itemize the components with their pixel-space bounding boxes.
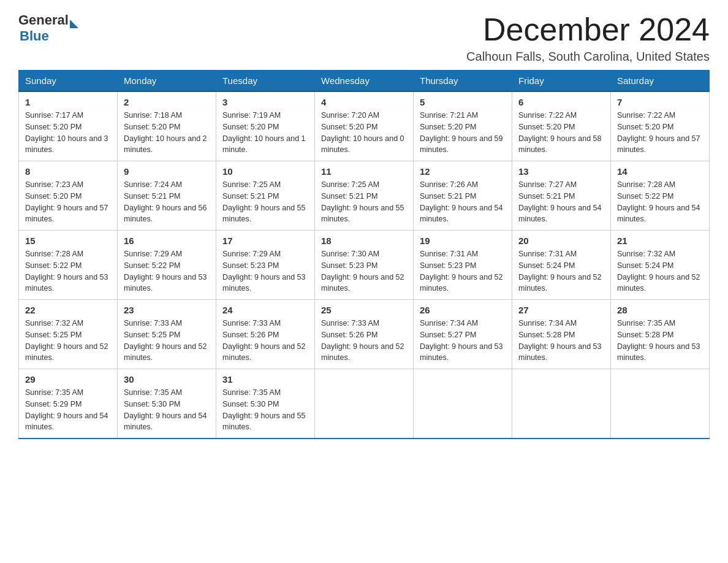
calendar-cell <box>512 369 611 439</box>
day-info: Sunrise: 7:30 AMSunset: 5:23 PMDaylight:… <box>321 248 407 294</box>
calendar-cell: 24Sunrise: 7:33 AMSunset: 5:26 PMDayligh… <box>216 300 315 369</box>
day-number: 28 <box>617 305 703 315</box>
calendar-cell <box>414 369 512 439</box>
day-number: 26 <box>420 305 506 315</box>
calendar-cell: 6Sunrise: 7:22 AMSunset: 5:20 PMDaylight… <box>512 91 611 161</box>
calendar-cell: 2Sunrise: 7:18 AMSunset: 5:20 PMDaylight… <box>118 91 216 161</box>
calendar-header-tuesday: Tuesday <box>216 71 315 92</box>
calendar-week-row: 22Sunrise: 7:32 AMSunset: 5:25 PMDayligh… <box>19 300 710 369</box>
day-number: 20 <box>518 236 604 246</box>
day-number: 10 <box>222 166 308 177</box>
day-number: 14 <box>617 166 703 177</box>
day-info: Sunrise: 7:35 AMSunset: 5:29 PMDaylight:… <box>25 387 111 433</box>
month-title: December 2024 <box>466 12 710 47</box>
day-info: Sunrise: 7:32 AMSunset: 5:25 PMDaylight:… <box>25 318 111 364</box>
calendar-table: SundayMondayTuesdayWednesdayThursdayFrid… <box>18 70 710 439</box>
calendar-cell <box>315 369 414 439</box>
day-number: 3 <box>222 97 308 107</box>
calendar-cell: 26Sunrise: 7:34 AMSunset: 5:27 PMDayligh… <box>414 300 512 369</box>
calendar-cell: 27Sunrise: 7:34 AMSunset: 5:28 PMDayligh… <box>512 300 611 369</box>
calendar-week-row: 8Sunrise: 7:23 AMSunset: 5:20 PMDaylight… <box>19 161 710 231</box>
day-number: 19 <box>420 236 506 246</box>
calendar-cell: 18Sunrise: 7:30 AMSunset: 5:23 PMDayligh… <box>315 231 414 300</box>
day-number: 7 <box>617 97 703 107</box>
calendar-cell: 21Sunrise: 7:32 AMSunset: 5:24 PMDayligh… <box>611 231 710 300</box>
calendar-cell: 20Sunrise: 7:31 AMSunset: 5:24 PMDayligh… <box>512 231 611 300</box>
day-number: 6 <box>518 97 604 107</box>
day-info: Sunrise: 7:27 AMSunset: 5:21 PMDaylight:… <box>518 179 604 225</box>
day-number: 15 <box>25 236 111 246</box>
day-info: Sunrise: 7:24 AMSunset: 5:21 PMDaylight:… <box>124 179 210 225</box>
day-info: Sunrise: 7:33 AMSunset: 5:25 PMDaylight:… <box>124 318 210 364</box>
calendar-week-row: 15Sunrise: 7:28 AMSunset: 5:22 PMDayligh… <box>19 231 710 300</box>
calendar-cell: 10Sunrise: 7:25 AMSunset: 5:21 PMDayligh… <box>216 161 315 231</box>
calendar-cell: 29Sunrise: 7:35 AMSunset: 5:29 PMDayligh… <box>19 369 118 439</box>
day-info: Sunrise: 7:25 AMSunset: 5:21 PMDaylight:… <box>222 179 308 225</box>
day-number: 21 <box>617 236 703 246</box>
day-info: Sunrise: 7:26 AMSunset: 5:21 PMDaylight:… <box>420 179 506 225</box>
day-number: 22 <box>25 305 111 315</box>
day-info: Sunrise: 7:18 AMSunset: 5:20 PMDaylight:… <box>124 110 210 156</box>
day-number: 11 <box>321 166 407 177</box>
day-number: 27 <box>518 305 604 315</box>
calendar-cell: 1Sunrise: 7:17 AMSunset: 5:20 PMDaylight… <box>19 91 118 161</box>
day-info: Sunrise: 7:31 AMSunset: 5:23 PMDaylight:… <box>420 248 506 294</box>
day-number: 29 <box>25 374 111 385</box>
day-info: Sunrise: 7:20 AMSunset: 5:20 PMDaylight:… <box>321 110 407 156</box>
day-info: Sunrise: 7:35 AMSunset: 5:30 PMDaylight:… <box>124 387 210 433</box>
calendar-cell: 22Sunrise: 7:32 AMSunset: 5:25 PMDayligh… <box>19 300 118 369</box>
day-info: Sunrise: 7:32 AMSunset: 5:24 PMDaylight:… <box>617 248 703 294</box>
day-info: Sunrise: 7:29 AMSunset: 5:22 PMDaylight:… <box>124 248 210 294</box>
calendar-cell: 9Sunrise: 7:24 AMSunset: 5:21 PMDaylight… <box>118 161 216 231</box>
logo-triangle-icon <box>70 20 78 28</box>
day-number: 1 <box>25 97 111 107</box>
calendar-cell: 7Sunrise: 7:22 AMSunset: 5:20 PMDaylight… <box>611 91 710 161</box>
day-number: 23 <box>124 305 210 315</box>
day-number: 5 <box>420 97 506 107</box>
page-header: General Blue December 2024 Calhoun Falls… <box>18 12 710 64</box>
location-subtitle: Calhoun Falls, South Carolina, United St… <box>466 50 710 64</box>
day-number: 16 <box>124 236 210 246</box>
calendar-week-row: 29Sunrise: 7:35 AMSunset: 5:29 PMDayligh… <box>19 369 710 439</box>
day-info: Sunrise: 7:28 AMSunset: 5:22 PMDaylight:… <box>617 179 703 225</box>
day-number: 8 <box>25 166 111 177</box>
calendar-cell <box>611 369 710 439</box>
title-area: December 2024 Calhoun Falls, South Carol… <box>466 12 710 64</box>
calendar-cell: 15Sunrise: 7:28 AMSunset: 5:22 PMDayligh… <box>19 231 118 300</box>
day-number: 17 <box>222 236 308 246</box>
day-info: Sunrise: 7:31 AMSunset: 5:24 PMDaylight:… <box>518 248 604 294</box>
day-number: 24 <box>222 305 308 315</box>
day-number: 2 <box>124 97 210 107</box>
day-info: Sunrise: 7:25 AMSunset: 5:21 PMDaylight:… <box>321 179 407 225</box>
day-info: Sunrise: 7:22 AMSunset: 5:20 PMDaylight:… <box>518 110 604 156</box>
calendar-cell: 17Sunrise: 7:29 AMSunset: 5:23 PMDayligh… <box>216 231 315 300</box>
calendar-header-monday: Monday <box>118 71 216 92</box>
day-number: 25 <box>321 305 407 315</box>
calendar-cell: 14Sunrise: 7:28 AMSunset: 5:22 PMDayligh… <box>611 161 710 231</box>
day-number: 4 <box>321 97 407 107</box>
day-info: Sunrise: 7:28 AMSunset: 5:22 PMDaylight:… <box>25 248 111 294</box>
calendar-cell: 3Sunrise: 7:19 AMSunset: 5:20 PMDaylight… <box>216 91 315 161</box>
day-number: 30 <box>124 374 210 385</box>
calendar-header-saturday: Saturday <box>611 71 710 92</box>
logo-general-text: General <box>18 12 69 28</box>
day-info: Sunrise: 7:23 AMSunset: 5:20 PMDaylight:… <box>25 179 111 225</box>
calendar-cell: 28Sunrise: 7:35 AMSunset: 5:28 PMDayligh… <box>611 300 710 369</box>
calendar-cell: 11Sunrise: 7:25 AMSunset: 5:21 PMDayligh… <box>315 161 414 231</box>
calendar-cell: 12Sunrise: 7:26 AMSunset: 5:21 PMDayligh… <box>414 161 512 231</box>
logo: General Blue <box>18 12 78 44</box>
day-number: 9 <box>124 166 210 177</box>
day-info: Sunrise: 7:33 AMSunset: 5:26 PMDaylight:… <box>222 318 308 364</box>
calendar-header-row: SundayMondayTuesdayWednesdayThursdayFrid… <box>19 71 710 92</box>
calendar-cell: 31Sunrise: 7:35 AMSunset: 5:30 PMDayligh… <box>216 369 315 439</box>
day-info: Sunrise: 7:29 AMSunset: 5:23 PMDaylight:… <box>222 248 308 294</box>
calendar-cell: 8Sunrise: 7:23 AMSunset: 5:20 PMDaylight… <box>19 161 118 231</box>
day-info: Sunrise: 7:19 AMSunset: 5:20 PMDaylight:… <box>222 110 308 156</box>
calendar-cell: 30Sunrise: 7:35 AMSunset: 5:30 PMDayligh… <box>118 369 216 439</box>
day-number: 13 <box>518 166 604 177</box>
day-number: 12 <box>420 166 506 177</box>
calendar-cell: 23Sunrise: 7:33 AMSunset: 5:25 PMDayligh… <box>118 300 216 369</box>
day-info: Sunrise: 7:34 AMSunset: 5:27 PMDaylight:… <box>420 318 506 364</box>
day-info: Sunrise: 7:22 AMSunset: 5:20 PMDaylight:… <box>617 110 703 156</box>
calendar-header-friday: Friday <box>512 71 611 92</box>
